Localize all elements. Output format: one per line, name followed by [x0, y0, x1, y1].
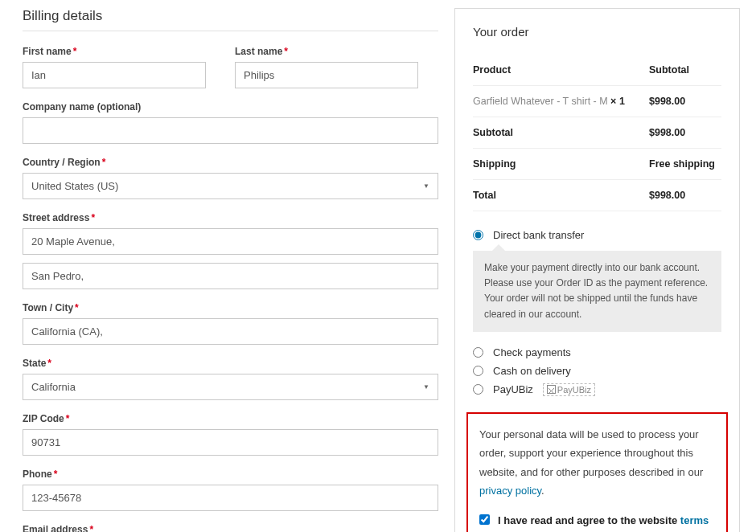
required-marker: *	[73, 46, 77, 57]
product-header: Product	[473, 55, 649, 86]
required-marker: *	[284, 46, 288, 57]
total-label: Total	[473, 180, 649, 211]
radio-bank[interactable]	[473, 230, 483, 240]
required-marker: *	[89, 524, 93, 532]
company-input[interactable]	[23, 117, 438, 144]
divider	[23, 31, 438, 31]
table-row: Subtotal $998.00	[473, 117, 721, 149]
radio-payu[interactable]	[473, 384, 483, 395]
order-title: Your order	[473, 25, 721, 39]
state-label: State*	[23, 358, 438, 369]
last-name-label: Last name*	[235, 46, 418, 57]
line-item-price: $998.00	[649, 86, 721, 117]
company-label: Company name (optional)	[23, 101, 438, 113]
privacy-text: Your personal data will be used to proce…	[479, 425, 715, 501]
state-select[interactable]: California ▼	[23, 374, 438, 400]
payment-cod-label: Cash on delivery	[493, 365, 571, 377]
subtotal-value: $998.00	[649, 117, 721, 149]
zip-label: ZIP Code*	[23, 413, 438, 424]
payment-option-bank[interactable]: Direct bank transfer	[473, 226, 721, 244]
billing-title: Billing details	[23, 8, 438, 24]
terms-label: I have read and agree to the website ter…	[498, 513, 715, 532]
city-input[interactable]	[23, 318, 438, 345]
phone-label: Phone*	[23, 469, 438, 480]
shipping-label: Shipping	[473, 149, 649, 180]
street1-input[interactable]	[23, 228, 438, 255]
shipping-value: Free shipping	[649, 149, 721, 180]
last-name-input[interactable]	[235, 62, 418, 88]
payment-option-cod[interactable]: Cash on delivery	[473, 362, 721, 380]
terms-checkbox[interactable]	[479, 514, 490, 525]
broken-image-icon	[547, 385, 556, 394]
payment-option-check[interactable]: Check payments	[473, 343, 721, 362]
terms-highlight-box: Your personal data will be used to proce…	[466, 412, 728, 532]
order-table: Product Subtotal Garfield Whatever - T s…	[473, 55, 721, 211]
first-name-label: First name*	[23, 46, 206, 57]
payment-option-payu[interactable]: PayUBiz PayUBiz	[473, 380, 721, 399]
chevron-down-icon: ▼	[423, 182, 429, 190]
radio-cod[interactable]	[473, 366, 483, 376]
payment-bank-label: Direct bank transfer	[493, 229, 584, 241]
table-row: Total $998.00	[473, 180, 721, 211]
subtotal-label: Subtotal	[473, 117, 649, 149]
first-name-input[interactable]	[23, 62, 206, 88]
privacy-policy-link[interactable]: privacy policy	[479, 485, 541, 497]
city-label: Town / City*	[23, 302, 438, 313]
country-label: Country / Region*	[23, 157, 438, 168]
payment-payu-label: PayUBiz	[493, 383, 533, 395]
country-value: United States (US)	[31, 180, 118, 192]
product-name: Garfield Whatever - T shirt - M	[473, 96, 610, 107]
required-marker: *	[75, 302, 79, 313]
street-label: Street address*	[23, 212, 438, 223]
product-qty: × 1	[610, 96, 625, 107]
zip-input[interactable]	[23, 429, 438, 456]
required-marker: *	[66, 413, 70, 424]
table-row: Shipping Free shipping	[473, 149, 721, 180]
required-marker: *	[54, 469, 58, 480]
payu-image-placeholder: PayUBiz	[543, 383, 595, 396]
state-value: California	[31, 381, 76, 393]
radio-check[interactable]	[473, 347, 483, 358]
email-label: Email address*	[23, 524, 438, 532]
street2-input[interactable]	[23, 263, 438, 289]
payment-bank-desc: Make your payment directly into our bank…	[473, 251, 721, 332]
required-marker: *	[47, 358, 51, 369]
total-value: $998.00	[649, 180, 721, 211]
required-marker: *	[91, 212, 95, 223]
chevron-down-icon: ▼	[423, 383, 429, 391]
payment-check-label: Check payments	[493, 346, 571, 358]
phone-input[interactable]	[23, 485, 438, 511]
subtotal-header: Subtotal	[649, 55, 721, 86]
country-select[interactable]: United States (US) ▼	[23, 173, 438, 199]
required-marker: *	[102, 157, 106, 168]
table-row: Garfield Whatever - T shirt - M × 1 $998…	[473, 86, 721, 117]
